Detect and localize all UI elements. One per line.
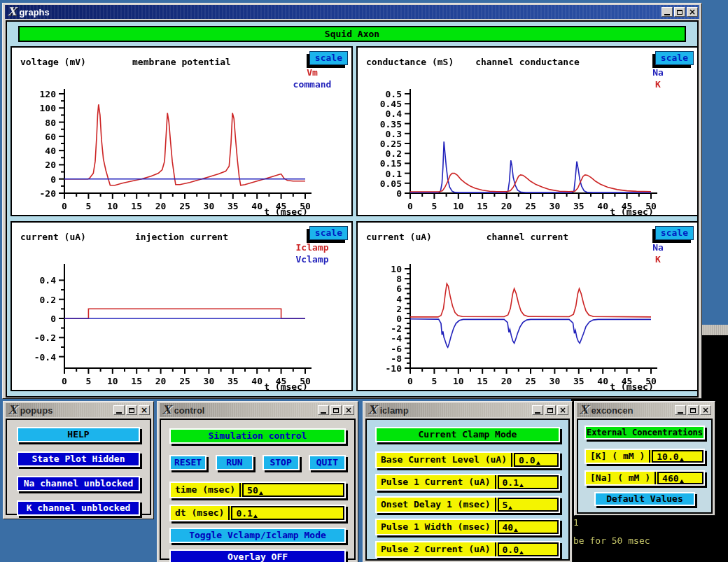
minimize-button-icon[interactable] [675, 405, 686, 415]
svg-text:0.1: 0.1 [386, 169, 402, 179]
minimize-button-icon[interactable] [113, 405, 125, 415]
graphs-window: X graphs × Squid Axon voltage (mV) membr… [2, 3, 702, 399]
x11-logo-icon: X [8, 405, 17, 416]
close-button-icon[interactable]: × [139, 405, 150, 415]
svg-text:25: 25 [525, 201, 536, 211]
svg-text:5: 5 [431, 201, 437, 211]
field-divider [495, 475, 496, 489]
svg-text:0: 0 [50, 174, 56, 185]
minimize-button-icon[interactable] [318, 405, 329, 415]
svg-text:-20: -20 [40, 188, 57, 199]
svg-text:30: 30 [550, 376, 561, 386]
svg-text:0: 0 [62, 201, 67, 211]
minimize-button-icon[interactable] [662, 7, 673, 17]
svg-text:0.4: 0.4 [386, 108, 402, 119]
graphs-titlebar[interactable]: X graphs × [5, 5, 699, 19]
reset-button[interactable]: RESET [169, 455, 206, 470]
close-button-icon[interactable]: × [343, 405, 354, 415]
maximize-button-icon[interactable] [674, 7, 685, 17]
svg-text:-2: -2 [391, 323, 402, 334]
svg-text:4: 4 [396, 294, 402, 304]
help-button[interactable]: HELP [17, 427, 140, 442]
svg-text:10: 10 [391, 264, 402, 274]
iclamp-titlebar[interactable]: X iclamp × [365, 403, 570, 417]
na-channel-block-button[interactable]: Na channel unblocked [17, 476, 140, 491]
maximize-button-icon[interactable] [545, 405, 556, 415]
stop-button[interactable]: STOP [262, 455, 300, 470]
na-concentration-input[interactable]: 460 [657, 472, 704, 484]
svg-text:120: 120 [40, 89, 57, 99]
field-label: [Na] ( mM ) [586, 472, 654, 484]
svg-text:5: 5 [431, 376, 437, 386]
onset-delay1-row: Onset Delay 1 (msec) 5 [375, 496, 560, 513]
overlay-toggle-button[interactable]: Overlay OFF [169, 549, 346, 562]
quit-button[interactable]: QUIT [309, 455, 346, 470]
svg-text:0.35: 0.35 [380, 119, 402, 129]
injection-current-plot: -0.4-0.200.20.405101520253035404550t (ms… [12, 223, 354, 393]
field-divider [495, 498, 496, 512]
close-button-icon[interactable]: × [687, 7, 698, 17]
pulse1-width-input[interactable]: 40 [498, 520, 559, 534]
svg-text:20: 20 [155, 201, 167, 211]
svg-text:40: 40 [597, 376, 608, 386]
dt-input[interactable]: 0.1 [231, 506, 344, 520]
channel-current-plot: -10-8-6-4-2024681005101520253035404550t … [358, 223, 700, 393]
membrane-potential-plot: -2002040608010012005101520253035404550t … [12, 48, 354, 218]
base-current-input[interactable]: 0.0 [514, 453, 559, 467]
x11-logo-icon: X [368, 405, 377, 416]
field-divider [239, 483, 241, 497]
svg-text:25: 25 [525, 376, 536, 386]
toggle-clamp-mode-button[interactable]: Toggle Vclamp/Iclamp Mode [169, 528, 346, 543]
pulse2-current-input[interactable]: 0.0 [498, 542, 559, 556]
minimize-button-icon[interactable] [532, 405, 543, 415]
run-button[interactable]: RUN [216, 455, 253, 470]
svg-text:6: 6 [396, 283, 402, 294]
text-caret-icon [253, 514, 258, 518]
svg-text:0: 0 [396, 188, 402, 199]
exconcen-titlebar[interactable]: X exconcen × [577, 403, 713, 417]
svg-text:0.2: 0.2 [40, 295, 56, 305]
external-concentrations-header: External Concentrations [584, 426, 705, 440]
na-concentration-row: [Na] ( mM ) 460 [584, 470, 705, 486]
close-button-icon[interactable]: × [700, 405, 711, 415]
squid-axon-banner: Squid Axon [18, 26, 686, 42]
svg-text:0.2: 0.2 [386, 148, 402, 159]
onset-delay1-input[interactable]: 5 [498, 498, 559, 512]
plot-panel-channel-conductance: conductance (mS) channel conductance sca… [356, 46, 699, 216]
maximize-button-icon[interactable] [687, 405, 699, 415]
text-caret-icon [680, 458, 684, 461]
control-window: X control × Simulation control RESET RUN… [157, 401, 358, 562]
svg-text:8: 8 [396, 274, 402, 284]
svg-text:0.25: 0.25 [380, 139, 402, 149]
svg-text:35: 35 [573, 201, 584, 211]
time-input[interactable]: 50 [242, 483, 344, 497]
popups-titlebar[interactable]: X popups × [6, 403, 151, 417]
window-title: iclamp [379, 405, 408, 416]
maximize-button-icon[interactable] [330, 405, 342, 415]
x11-logo-icon: X [8, 6, 16, 17]
close-button-icon[interactable]: × [557, 405, 568, 415]
field-label: Pulse 1 Width (msec) [377, 520, 495, 534]
k-channel-block-button[interactable]: K channel unblocked [17, 500, 140, 516]
field-label: time (msec) [171, 483, 239, 497]
svg-text:20: 20 [501, 376, 512, 386]
control-titlebar[interactable]: X control × [160, 403, 356, 417]
state-plot-toggle-button[interactable]: State Plot Hidden [17, 451, 140, 467]
popups-content: HELP State Plot Hidden Na channel unbloc… [6, 419, 151, 515]
window-title: graphs [19, 7, 49, 17]
text-caret-icon [508, 506, 512, 510]
svg-text:40: 40 [251, 376, 262, 386]
svg-text:20: 20 [501, 201, 512, 211]
iclamp-content: Current Clamp Mode Base Current Level (u… [365, 419, 570, 561]
pulse1-current-input[interactable]: 0.1 [498, 475, 559, 489]
svg-text:25: 25 [179, 201, 190, 211]
terminal-line: be for 50 msec [573, 535, 650, 546]
svg-text:0: 0 [407, 201, 413, 211]
field-label: [K] ( mM ) [586, 450, 649, 463]
maximize-button-icon[interactable] [126, 405, 137, 415]
k-concentration-input[interactable]: 10.0 [652, 450, 704, 463]
default-values-button[interactable]: Default Values [594, 492, 695, 506]
control-content: Simulation control RESET RUN STOP QUIT t… [160, 419, 356, 560]
svg-text:-4: -4 [391, 333, 402, 344]
svg-text:-0.2: -0.2 [34, 332, 56, 343]
